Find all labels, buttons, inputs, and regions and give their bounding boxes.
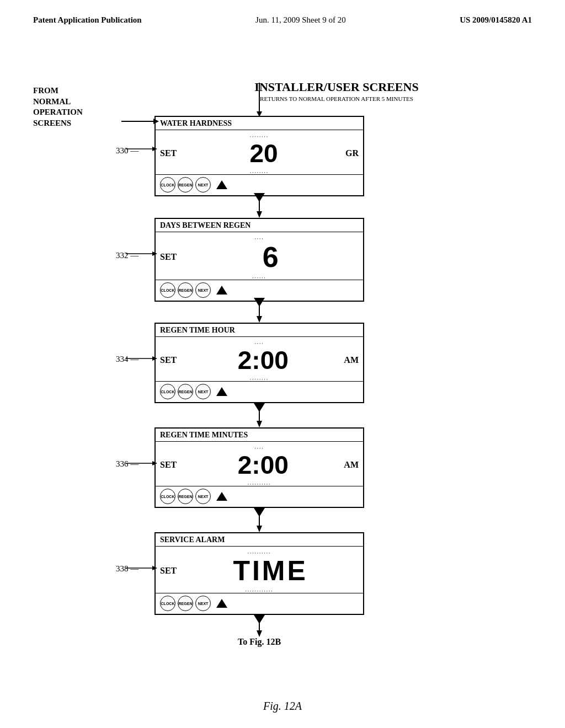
up-btn-330[interactable] — [216, 180, 227, 189]
screen-336-title-text: REGEN TIME MINUTES — [160, 431, 248, 439]
from-normal-label: FROM NORMAL OPERATION SCREENS — [33, 85, 83, 129]
patent-number-label: US 2009/0145820 A1 — [460, 15, 532, 24]
screen-332-title-text: DAYS BETWEEN REGEN — [160, 221, 250, 229]
screen-336-unit: AM — [344, 460, 359, 470]
up-btn-332[interactable] — [216, 286, 227, 295]
screen-332: DAYS BETWEEN REGEN ,,,, SET 6 ,,,,,, CLO… — [154, 218, 364, 302]
from-line3: OPERATION — [33, 107, 83, 118]
clock-btn-332[interactable]: CLOCK — [160, 282, 175, 298]
screen-330-title: WATER HARDNESS — [156, 117, 363, 130]
screen-334-value: 2:00 — [182, 345, 344, 375]
next-btn-336[interactable]: NEXT — [195, 489, 211, 504]
screen-336: REGEN TIME MINUTES ,,,, SET 2:00 AM ,,,,… — [154, 427, 364, 508]
up-arrow-336 — [216, 492, 227, 501]
clock-btn-336[interactable]: CLOCK — [160, 489, 175, 504]
dots-top-336: ,,,, — [160, 444, 359, 450]
regen-btn-332[interactable]: REGEN — [178, 282, 193, 298]
screen-338-body: SET TIME — [160, 555, 359, 587]
screen-334-buttons: CLOCK REGEN NEXT — [156, 381, 363, 402]
down-chevron-336 — [254, 508, 265, 517]
regen-btn-336[interactable]: REGEN — [178, 489, 193, 504]
down-arrow-338 — [248, 615, 270, 626]
to-fig-label: To Fig. 12B — [210, 637, 309, 647]
screen-338-title-text: SERVICE ALARM — [160, 536, 225, 544]
svg-marker-5 — [257, 211, 262, 218]
screen-336-buttons: CLOCK REGEN NEXT — [156, 486, 363, 507]
screen-330-title-text: WATER HARDNESS — [160, 119, 232, 127]
fig-caption: Fig. 12A — [263, 700, 302, 713]
ref-336: 336 — — [116, 459, 138, 469]
up-arrow-332 — [216, 286, 227, 295]
ref-334: 334 — — [116, 355, 138, 364]
screen-334-unit: AM — [344, 355, 359, 365]
regen-btn-330[interactable]: REGEN — [178, 177, 193, 192]
ref-338: 338 — — [116, 564, 138, 574]
down-chevron-332 — [254, 298, 265, 307]
installer-user-title-block: INSTALLER/USER SCREENS RETURNS TO NORMAL… — [254, 80, 419, 102]
up-arrow-338 — [216, 599, 227, 608]
screen-330-value: 20 — [182, 138, 345, 168]
from-line1: FROM — [33, 85, 83, 97]
screen-330-body: SET 20 GR — [160, 138, 359, 168]
diagram-area: FROM NORMAL OPERATION SCREENS INSTALLER/… — [0, 30, 565, 692]
down-chevron-334 — [254, 403, 265, 412]
up-arrow-334 — [216, 387, 227, 396]
clock-btn-330[interactable]: CLOCK — [160, 177, 175, 192]
header-right: US 2009/0145820 A1 — [460, 15, 532, 25]
ref-332: 332 — — [116, 251, 138, 260]
down-arrow-334 — [248, 403, 270, 414]
from-line4: SCREENS — [33, 118, 83, 129]
clock-btn-338[interactable]: CLOCK — [160, 596, 175, 611]
installer-title: INSTALLER/USER SCREENS — [254, 80, 419, 94]
dots-top-330: ,,,,,,,, — [160, 132, 359, 138]
dots-top-338: ,,,,,,,,,, — [160, 549, 359, 555]
down-chevron-338 — [254, 615, 265, 624]
up-btn-334[interactable] — [216, 387, 227, 396]
screen-332-set: SET — [160, 252, 177, 262]
next-btn-330[interactable]: NEXT — [195, 177, 211, 192]
down-arrow-336 — [248, 508, 270, 519]
header-center: Jun. 11, 2009 Sheet 9 of 20 — [255, 15, 346, 25]
screen-334: REGEN TIME HOUR ,,,, SET 2:00 AM ,,,,,,,… — [154, 323, 364, 403]
screen-338: SERVICE ALARM ,,,,,,,,,, SET TIME ,,,,,,… — [154, 532, 364, 615]
dots-bottom-334: ,,,,,,,, — [160, 375, 359, 381]
up-arrow-330 — [216, 180, 227, 189]
date-sheet-label: Jun. 11, 2009 Sheet 9 of 20 — [255, 15, 346, 24]
svg-marker-7 — [257, 316, 262, 323]
installer-subtitle: RETURNS TO NORMAL OPERATION AFTER 5 MINU… — [254, 95, 419, 102]
svg-marker-13 — [257, 630, 262, 637]
screen-334-title-text: REGEN TIME HOUR — [160, 326, 235, 334]
screen-336-set: SET — [160, 460, 177, 470]
regen-btn-338[interactable]: REGEN — [178, 596, 193, 611]
dots-bottom-336: ,,,,,,,,,, — [160, 480, 359, 486]
screen-330-buttons: CLOCK REGEN NEXT — [156, 174, 363, 195]
screen-332-body: SET 6 — [160, 240, 359, 274]
screen-338-buttons: CLOCK REGEN NEXT — [156, 593, 363, 614]
regen-btn-334[interactable]: REGEN — [178, 384, 193, 399]
screen-334-set: SET — [160, 355, 177, 365]
dots-bottom-330: ,,,,,,,, — [160, 168, 359, 174]
screen-336-body: SET 2:00 AM — [160, 450, 359, 480]
screen-330-unit: GR — [345, 148, 359, 158]
screen-338-value: TIME — [182, 555, 359, 587]
dots-bottom-332: ,,,,,, — [160, 274, 359, 280]
dots-bottom-338: ,,,,,,,,,,,, — [160, 587, 359, 593]
screen-336-value: 2:00 — [182, 450, 344, 480]
screen-330-set: SET — [160, 148, 177, 158]
from-line2: NORMAL — [33, 97, 83, 108]
header-left: Patent Application Publication — [33, 15, 142, 25]
screen-330: WATER HARDNESS ,,,,,,,, SET 20 GR ,,,,,,… — [154, 116, 364, 196]
down-arrow-330 — [248, 193, 270, 204]
clock-btn-334[interactable]: CLOCK — [160, 384, 175, 399]
screen-338-set: SET — [160, 566, 177, 576]
screen-332-value: 6 — [182, 240, 359, 274]
screen-338-title: SERVICE ALARM — [156, 533, 363, 547]
next-btn-334[interactable]: NEXT — [195, 384, 211, 399]
next-btn-332[interactable]: NEXT — [195, 282, 211, 298]
up-btn-336[interactable] — [216, 492, 227, 501]
svg-marker-11 — [257, 526, 262, 532]
down-arrow-332 — [248, 298, 270, 309]
up-btn-338[interactable] — [216, 599, 227, 608]
screen-334-title: REGEN TIME HOUR — [156, 324, 363, 337]
next-btn-338[interactable]: NEXT — [195, 596, 211, 611]
